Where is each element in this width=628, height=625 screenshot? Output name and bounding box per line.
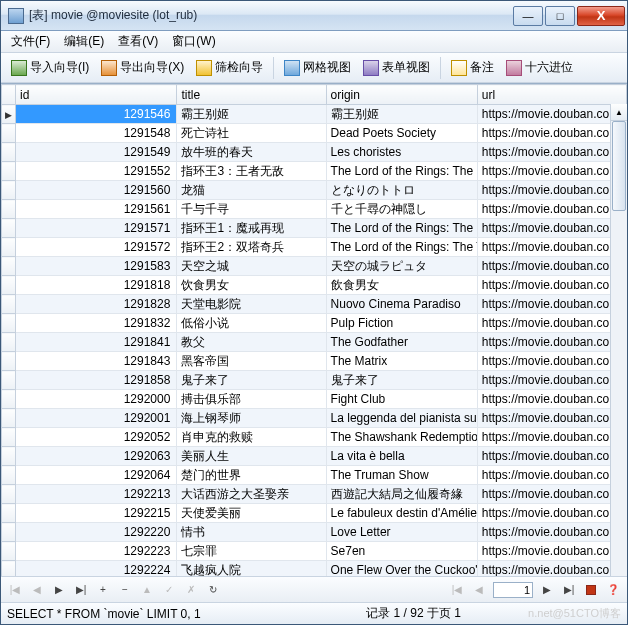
nav-stop-button[interactable] <box>583 582 599 598</box>
cell-origin[interactable]: となりのトトロ <box>326 181 477 200</box>
cell-id[interactable]: 1291548 <box>16 124 177 143</box>
cell-origin[interactable]: One Flew Over the Cuckoo's N <box>326 561 477 577</box>
column-header-origin[interactable]: origin <box>326 85 477 105</box>
cell-title[interactable]: 黑客帝国 <box>177 352 326 371</box>
table-row[interactable]: 1291571指环王1：魔戒再现The Lord of the Rings: T… <box>2 219 627 238</box>
row-indicator[interactable] <box>2 219 16 238</box>
cell-origin[interactable]: The Lord of the Rings: The Tw <box>326 238 477 257</box>
row-header-corner[interactable] <box>2 85 16 105</box>
cell-id[interactable]: 1291841 <box>16 333 177 352</box>
cell-title[interactable]: 情书 <box>177 523 326 542</box>
cell-origin[interactable]: 鬼子来了 <box>326 371 477 390</box>
grid-view-button[interactable]: 网格视图 <box>280 57 355 78</box>
table-row[interactable]: 1291546霸王别姬霸王别姬https://movie.douban.com <box>2 105 627 124</box>
row-indicator[interactable] <box>2 162 16 181</box>
row-indicator[interactable] <box>2 276 16 295</box>
cell-id[interactable]: 1292223 <box>16 542 177 561</box>
cell-title[interactable]: 指环王3：王者无敌 <box>177 162 326 181</box>
nav-edit-button[interactable]: ▲ <box>139 582 155 598</box>
page-last-button[interactable]: ▶| <box>561 582 577 598</box>
page-prev-button[interactable]: ◀ <box>471 582 487 598</box>
hex-button[interactable]: 十六进位 <box>502 57 577 78</box>
menu-view[interactable]: 查看(V) <box>112 31 164 52</box>
row-indicator[interactable] <box>2 485 16 504</box>
vertical-scrollbar[interactable]: ▲ <box>610 104 627 576</box>
scroll-up-button[interactable]: ▲ <box>611 104 627 121</box>
page-next-button[interactable]: ▶ <box>539 582 555 598</box>
cell-title[interactable]: 放牛班的春天 <box>177 143 326 162</box>
cell-id[interactable]: 1291858 <box>16 371 177 390</box>
cell-id[interactable]: 1292001 <box>16 409 177 428</box>
cell-title[interactable]: 鬼子来了 <box>177 371 326 390</box>
cell-origin[interactable]: Dead Poets Society <box>326 124 477 143</box>
row-indicator[interactable] <box>2 238 16 257</box>
row-indicator[interactable] <box>2 105 16 124</box>
cell-id[interactable]: 1291572 <box>16 238 177 257</box>
cell-id[interactable]: 1291832 <box>16 314 177 333</box>
cell-origin[interactable]: The Truman Show <box>326 466 477 485</box>
row-indicator[interactable] <box>2 143 16 162</box>
table-row[interactable]: 1291548死亡诗社Dead Poets Societyhttps://mov… <box>2 124 627 143</box>
cell-title[interactable]: 飞越疯人院 <box>177 561 326 577</box>
cell-url[interactable]: https://movie.douban.com <box>477 257 626 276</box>
table-row[interactable]: 1291828天堂电影院Nuovo Cinema Paradisohttps:/… <box>2 295 627 314</box>
column-header-url[interactable]: url <box>477 85 626 105</box>
cell-id[interactable]: 1291560 <box>16 181 177 200</box>
titlebar[interactable]: [表] movie @moviesite (lot_rub) — □ X <box>1 1 627 31</box>
cell-origin[interactable]: Se7en <box>326 542 477 561</box>
export-wizard-button[interactable]: 导出向导(X) <box>97 57 188 78</box>
data-grid[interactable]: idtitleoriginurl1291546霸王别姬霸王别姬https://m… <box>1 83 627 576</box>
cell-url[interactable]: https://movie.douban.com <box>477 200 626 219</box>
cell-id[interactable]: 1292213 <box>16 485 177 504</box>
table-row[interactable]: 1292224飞越疯人院One Flew Over the Cuckoo's N… <box>2 561 627 577</box>
cell-url[interactable]: https://movie.douban.com <box>477 428 626 447</box>
nav-post-button[interactable]: ✓ <box>161 582 177 598</box>
cell-title[interactable]: 龙猫 <box>177 181 326 200</box>
cell-origin[interactable]: Les choristes <box>326 143 477 162</box>
cell-title[interactable]: 美丽人生 <box>177 447 326 466</box>
table-row[interactable]: 1291841教父The Godfatherhttps://movie.doub… <box>2 333 627 352</box>
cell-title[interactable]: 死亡诗社 <box>177 124 326 143</box>
nav-delete-button[interactable]: − <box>117 582 133 598</box>
cell-url[interactable]: https://movie.douban.com <box>477 333 626 352</box>
row-indicator[interactable] <box>2 200 16 219</box>
cell-url[interactable]: https://movie.douban.com <box>477 105 626 124</box>
table-row[interactable]: 1291552指环王3：王者无敌The Lord of the Rings: T… <box>2 162 627 181</box>
table-row[interactable]: 1292064楚门的世界The Truman Showhttps://movie… <box>2 466 627 485</box>
cell-origin[interactable]: 霸王别姬 <box>326 105 477 124</box>
row-indicator[interactable] <box>2 561 16 577</box>
cell-url[interactable]: https://movie.douban.com <box>477 561 626 577</box>
cell-id[interactable]: 1291549 <box>16 143 177 162</box>
cell-origin[interactable]: La leggenda del pianista sull'oc <box>326 409 477 428</box>
menu-file[interactable]: 文件(F) <box>5 31 56 52</box>
cell-origin[interactable]: Le fabuleux destin d'Amélie Po <box>326 504 477 523</box>
cell-url[interactable]: https://movie.douban.com <box>477 143 626 162</box>
cell-url[interactable]: https://movie.douban.com <box>477 124 626 143</box>
cell-origin[interactable]: 千と千尋の神隠し <box>326 200 477 219</box>
memo-button[interactable]: 备注 <box>447 57 498 78</box>
nav-last-button[interactable]: ▶| <box>73 582 89 598</box>
cell-title[interactable]: 教父 <box>177 333 326 352</box>
row-indicator[interactable] <box>2 523 16 542</box>
cell-url[interactable]: https://movie.douban.com <box>477 314 626 333</box>
cell-url[interactable]: https://movie.douban.com <box>477 390 626 409</box>
table-row[interactable]: 1291572指环王2：双塔奇兵The Lord of the Rings: T… <box>2 238 627 257</box>
nav-cancel-button[interactable]: ✗ <box>183 582 199 598</box>
cell-url[interactable]: https://movie.douban.com <box>477 238 626 257</box>
cell-id[interactable]: 1292215 <box>16 504 177 523</box>
cell-url[interactable]: https://movie.douban.com <box>477 523 626 542</box>
cell-id[interactable]: 1291583 <box>16 257 177 276</box>
cell-id[interactable]: 1292000 <box>16 390 177 409</box>
table-row[interactable]: 1291560龙猫となりのトトロhttps://movie.douban.com <box>2 181 627 200</box>
table-row[interactable]: 1291843黑客帝国The Matrixhttps://movie.douba… <box>2 352 627 371</box>
row-indicator[interactable] <box>2 466 16 485</box>
cell-url[interactable]: https://movie.douban.com <box>477 276 626 295</box>
cell-origin[interactable]: The Lord of the Rings: The Ret <box>326 162 477 181</box>
table-row[interactable]: 1292001海上钢琴师La leggenda del pianista sul… <box>2 409 627 428</box>
cell-title[interactable]: 肖申克的救赎 <box>177 428 326 447</box>
table-row[interactable]: 1292220情书Love Letterhttps://movie.douban… <box>2 523 627 542</box>
cell-url[interactable]: https://movie.douban.com <box>477 181 626 200</box>
row-indicator[interactable] <box>2 504 16 523</box>
nav-prev-button[interactable]: ◀ <box>29 582 45 598</box>
cell-title[interactable]: 天堂电影院 <box>177 295 326 314</box>
